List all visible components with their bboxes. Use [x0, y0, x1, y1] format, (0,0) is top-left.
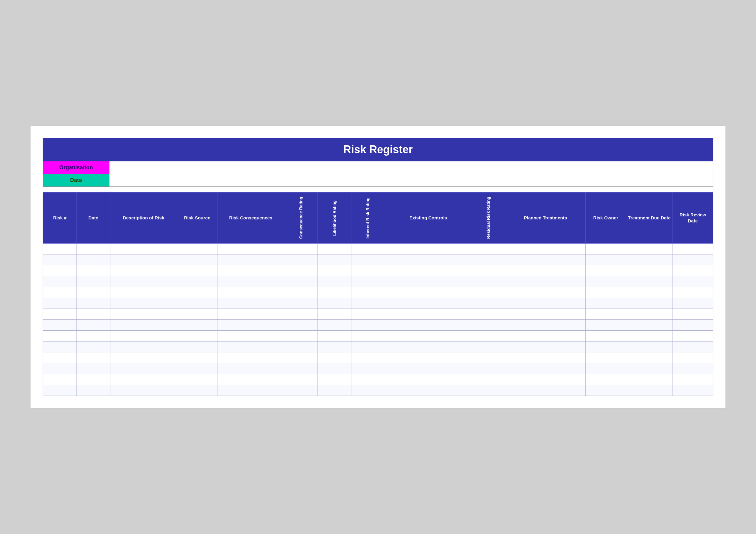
cell-row11-col11[interactable]	[505, 352, 586, 363]
cell-row14-col11[interactable]	[505, 385, 586, 395]
cell-row2-col13[interactable]	[626, 254, 673, 265]
organisation-value[interactable]	[109, 161, 713, 174]
cell-row5-col8[interactable]	[351, 287, 385, 298]
cell-row4-col5[interactable]	[217, 276, 284, 287]
cell-row8-col3[interactable]	[110, 319, 177, 330]
cell-row5-col10[interactable]	[472, 287, 505, 298]
cell-row14-col2[interactable]	[76, 385, 110, 395]
cell-row13-col13[interactable]	[626, 374, 673, 385]
cell-row9-col2[interactable]	[76, 330, 110, 341]
cell-row6-col12[interactable]	[586, 298, 626, 309]
cell-row12-col5[interactable]	[217, 363, 284, 374]
cell-row6-col13[interactable]	[626, 298, 673, 309]
cell-row8-col5[interactable]	[217, 319, 284, 330]
cell-row6-col14[interactable]	[673, 298, 713, 309]
cell-row14-col4[interactable]	[177, 385, 217, 395]
cell-row9-col10[interactable]	[472, 330, 505, 341]
cell-row3-col11[interactable]	[505, 265, 586, 276]
table-row[interactable]	[43, 341, 713, 352]
cell-row11-col4[interactable]	[177, 352, 217, 363]
cell-row14-col10[interactable]	[472, 385, 505, 395]
cell-row4-col2[interactable]	[76, 276, 110, 287]
table-row[interactable]	[43, 319, 713, 330]
cell-row11-col10[interactable]	[472, 352, 505, 363]
cell-row1-col14[interactable]	[673, 243, 713, 254]
cell-row2-col11[interactable]	[505, 254, 586, 265]
cell-row11-col1[interactable]	[43, 352, 77, 363]
cell-row13-col11[interactable]	[505, 374, 586, 385]
cell-row11-col2[interactable]	[76, 352, 110, 363]
cell-row6-col9[interactable]	[385, 298, 472, 309]
cell-row4-col3[interactable]	[110, 276, 177, 287]
cell-row13-col12[interactable]	[586, 374, 626, 385]
cell-row8-col9[interactable]	[385, 319, 472, 330]
cell-row2-col2[interactable]	[76, 254, 110, 265]
cell-row8-col11[interactable]	[505, 319, 586, 330]
cell-row1-col1[interactable]	[43, 243, 77, 254]
cell-row7-col8[interactable]	[351, 309, 385, 319]
cell-row12-col11[interactable]	[505, 363, 586, 374]
cell-row11-col7[interactable]	[318, 352, 351, 363]
cell-row4-col8[interactable]	[351, 276, 385, 287]
cell-row7-col2[interactable]	[76, 309, 110, 319]
cell-row8-col10[interactable]	[472, 319, 505, 330]
cell-row10-col11[interactable]	[505, 341, 586, 352]
cell-row12-col6[interactable]	[284, 363, 318, 374]
cell-row11-col6[interactable]	[284, 352, 318, 363]
cell-row3-col13[interactable]	[626, 265, 673, 276]
cell-row8-col6[interactable]	[284, 319, 318, 330]
cell-row1-col8[interactable]	[351, 243, 385, 254]
cell-row8-col2[interactable]	[76, 319, 110, 330]
cell-row3-col2[interactable]	[76, 265, 110, 276]
cell-row2-col8[interactable]	[351, 254, 385, 265]
cell-row10-col7[interactable]	[318, 341, 351, 352]
cell-row4-col14[interactable]	[673, 276, 713, 287]
cell-row6-col2[interactable]	[76, 298, 110, 309]
cell-row7-col3[interactable]	[110, 309, 177, 319]
cell-row12-col1[interactable]	[43, 363, 77, 374]
cell-row5-col6[interactable]	[284, 287, 318, 298]
cell-row8-col7[interactable]	[318, 319, 351, 330]
cell-row1-col6[interactable]	[284, 243, 318, 254]
cell-row2-col14[interactable]	[673, 254, 713, 265]
cell-row4-col6[interactable]	[284, 276, 318, 287]
cell-row3-col1[interactable]	[43, 265, 77, 276]
cell-row14-col12[interactable]	[586, 385, 626, 395]
cell-row14-col1[interactable]	[43, 385, 77, 395]
cell-row7-col6[interactable]	[284, 309, 318, 319]
cell-row2-col7[interactable]	[318, 254, 351, 265]
cell-row12-col14[interactable]	[673, 363, 713, 374]
cell-row5-col2[interactable]	[76, 287, 110, 298]
cell-row10-col8[interactable]	[351, 341, 385, 352]
cell-row2-col6[interactable]	[284, 254, 318, 265]
cell-row10-col9[interactable]	[385, 341, 472, 352]
date-value[interactable]	[109, 174, 713, 187]
cell-row8-col8[interactable]	[351, 319, 385, 330]
table-row[interactable]	[43, 330, 713, 341]
cell-row4-col10[interactable]	[472, 276, 505, 287]
cell-row9-col11[interactable]	[505, 330, 586, 341]
cell-row11-col14[interactable]	[673, 352, 713, 363]
cell-row2-col12[interactable]	[586, 254, 626, 265]
cell-row4-col9[interactable]	[385, 276, 472, 287]
cell-row12-col2[interactable]	[76, 363, 110, 374]
cell-row14-col6[interactable]	[284, 385, 318, 395]
cell-row13-col1[interactable]	[43, 374, 77, 385]
cell-row5-col4[interactable]	[177, 287, 217, 298]
cell-row5-col13[interactable]	[626, 287, 673, 298]
cell-row3-col12[interactable]	[586, 265, 626, 276]
table-row[interactable]	[43, 363, 713, 374]
cell-row8-col14[interactable]	[673, 319, 713, 330]
cell-row8-col4[interactable]	[177, 319, 217, 330]
cell-row6-col11[interactable]	[505, 298, 586, 309]
cell-row6-col7[interactable]	[318, 298, 351, 309]
cell-row12-col10[interactable]	[472, 363, 505, 374]
cell-row1-col13[interactable]	[626, 243, 673, 254]
cell-row3-col9[interactable]	[385, 265, 472, 276]
cell-row8-col13[interactable]	[626, 319, 673, 330]
cell-row4-col1[interactable]	[43, 276, 77, 287]
cell-row13-col8[interactable]	[351, 374, 385, 385]
cell-row13-col14[interactable]	[673, 374, 713, 385]
cell-row9-col12[interactable]	[586, 330, 626, 341]
cell-row10-col1[interactable]	[43, 341, 77, 352]
